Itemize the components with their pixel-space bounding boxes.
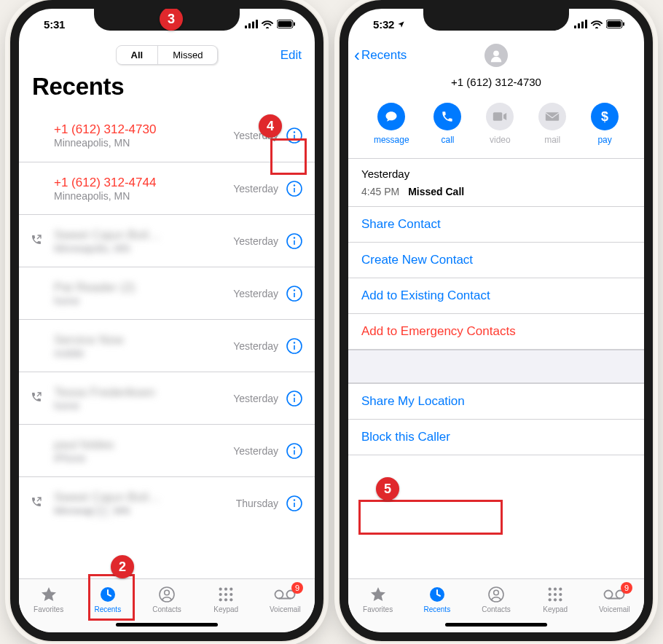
call-row[interactable]: Sweet Cajun Boil… Minneapolis, MN Yester… [19,214,315,267]
svg-point-64 [559,592,562,595]
contact-links-group: Share Contact Create New Contact Add to … [348,206,644,350]
status-time: 5:32 [373,18,394,31]
call-time: Yesterday [233,340,278,352]
call-time: Yesterday [233,393,278,404]
status-time: 5:31 [44,18,65,31]
tab-label: Keypad [543,605,568,613]
tab-keypad[interactable]: Keypad [197,579,256,619]
action-label: pay [597,135,611,145]
contact-phone-number: +1 (612) 312-4730 [348,71,644,97]
action-label: call [441,135,454,145]
status-icons [245,20,296,28]
battery-icon [277,20,296,28]
svg-point-67 [559,598,562,601]
svg-point-53 [493,50,499,56]
action-label: video [490,135,511,145]
info-button[interactable] [286,442,303,460]
svg-rect-3 [256,20,258,28]
info-button[interactable] [286,390,303,407]
outgoing-call-icon [31,391,54,406]
svg-rect-5 [278,21,292,27]
call-time: Yesterday [233,445,278,457]
person-icon [487,586,505,603]
svg-rect-2 [252,22,254,29]
share-my-location-button[interactable]: Share My Location [348,384,644,419]
tab-label: Contacts [152,605,181,613]
action-message[interactable]: message [374,103,409,145]
voicemail-badge: 9 [291,582,303,594]
svg-point-18 [294,289,295,291]
add-emergency-contact-button[interactable]: Add to Emergency Contacts [348,313,644,349]
tab-recents[interactable]: Recents [407,579,466,619]
call-row[interactable]: Sweet Cajun Boil… Minneapolis, MN Thursd… [19,476,315,529]
call-number: +1 (612) 312-4744 [54,176,229,190]
video-icon [493,111,507,122]
svg-point-33 [165,590,170,595]
keypad-icon [218,586,234,603]
home-indicator [116,623,218,627]
tab-label: Favorites [34,605,63,613]
tab-label: Recents [94,605,121,613]
phone-frame-left: 3 4 2 5:31 All Missed Edit Recents +1 (6… [10,0,323,641]
contact-actions: message call video mail $ pay [348,97,644,159]
segment-all[interactable]: All [117,46,158,64]
keypad-icon [547,586,563,603]
recents-list[interactable]: +1 (612) 312-4730 Minneapolis, MN Yester… [19,109,315,578]
tab-voicemail[interactable]: 9 Voicemail [585,579,644,619]
info-button[interactable] [286,232,303,250]
tab-voicemail[interactable]: 9 Voicemail [256,579,315,619]
segment-missed[interactable]: Missed [157,46,217,64]
call-log-time: 4:45 PM [361,186,399,197]
info-button[interactable] [286,495,303,512]
svg-rect-55 [546,112,559,121]
call-row[interactable]: +1 (612) 312-4744 Minneapolis, MN Yester… [19,162,315,214]
action-label: message [374,135,409,145]
svg-point-40 [219,598,222,601]
call-number: Tessa Frederiksen [54,385,229,400]
info-button[interactable] [286,180,303,197]
outgoing-call-icon [31,496,54,511]
svg-point-24 [294,394,295,396]
svg-point-65 [549,598,552,601]
tab-contacts[interactable]: Contacts [466,579,525,619]
tab-favorites[interactable]: Favorites [348,579,407,619]
info-button[interactable] [286,337,303,355]
call-row[interactable]: Tessa Frederiksen home Yesterday [19,372,315,424]
cellular-signal-icon [574,20,587,28]
edit-button[interactable]: Edit [280,48,302,63]
back-button[interactable]: ‹ Recents [354,47,407,64]
tab-contacts[interactable]: Contacts [137,579,196,619]
outgoing-call-icon [31,234,54,248]
phone-icon [441,110,454,123]
svg-point-41 [224,598,227,601]
tab-keypad[interactable]: Keypad [526,579,585,619]
tab-favorites[interactable]: Favorites [19,579,78,619]
call-subtitle: iPhone [54,452,229,464]
action-call[interactable]: call [434,103,461,145]
person-silhouette-icon [488,47,504,63]
svg-rect-46 [574,25,576,28]
svg-rect-0 [245,25,247,28]
svg-rect-6 [294,23,295,26]
call-log-day: Yesterday [361,168,631,180]
svg-point-9 [294,131,295,133]
dollar-icon: $ [601,109,608,125]
call-row[interactable]: Pat Reader (2) home Yesterday [19,267,315,319]
svg-point-38 [224,592,227,595]
info-button[interactable] [286,127,303,144]
avatar [484,44,508,67]
svg-point-30 [294,499,295,500]
block-this-caller-button[interactable]: Block this Caller [348,419,644,455]
svg-point-15 [294,237,295,238]
segmented-control[interactable]: All Missed [116,45,219,65]
call-row[interactable]: paul foldes iPhone Yesterday [19,424,315,476]
call-row[interactable]: Service Now mobile Yesterday [19,319,315,372]
call-number: +1 (612) 312-4730 [54,122,229,137]
info-button[interactable] [286,285,303,302]
share-contact-button[interactable]: Share Contact [348,207,644,242]
action-pay[interactable]: $ pay [591,103,619,145]
page-title: Recents [19,71,315,109]
create-new-contact-button[interactable]: Create New Contact [348,242,644,278]
add-existing-contact-button[interactable]: Add to Existing Contact [348,278,644,313]
tab-recents[interactable]: Recents [78,579,137,619]
